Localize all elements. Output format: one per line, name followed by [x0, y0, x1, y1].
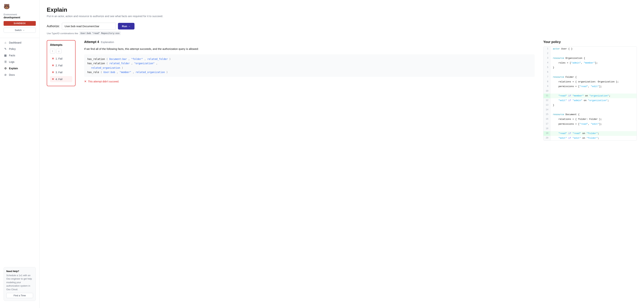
- docs-icon: ⊘: [4, 73, 7, 77]
- next-attempt-button[interactable]: ↓: [56, 49, 62, 54]
- attempt-header: Attempt 4 Explanation: [84, 40, 535, 44]
- fail-icon-3: ✕: [52, 71, 54, 74]
- policy-line-20: 20 "edit" if "edit" on "folder";: [544, 136, 637, 141]
- policy-line-15: 15 resource Document {: [544, 112, 637, 117]
- sidebar-item-label: Dashboard: [9, 41, 22, 44]
- attempts-nav: ↑ ↓: [50, 49, 72, 54]
- explanation-code-block: has_relation ( Document:bar , "folder" ,…: [84, 54, 535, 77]
- fact-line-1: has_relation ( Document:bar , "folder" ,…: [88, 57, 532, 61]
- help-title: Need Help?: [6, 270, 33, 272]
- sidebar-item-label: Docs: [9, 73, 15, 76]
- attempt-label-1: 1. Fail: [56, 57, 62, 60]
- policy-panel: Your policy 1 actor User { } 2 3 resourc…: [543, 40, 637, 141]
- policy-line-18: 18: [544, 126, 637, 131]
- authorize-input[interactable]: [62, 23, 116, 30]
- explanation-tag: Explanation: [101, 41, 114, 44]
- attempt-item-1[interactable]: ✕ 1. Fail: [50, 56, 72, 62]
- policy-line-11: 11 "read" if "member" on "organization";: [544, 94, 637, 98]
- policy-icon: ✎: [4, 47, 7, 51]
- main-content: Explain Put in an actor, action and reso…: [40, 0, 644, 308]
- sidebar-item-logs[interactable]: ☰ Logs: [0, 59, 39, 65]
- facts-icon: ▦: [4, 54, 7, 57]
- hint-prefix: Use Type/ID combinations like: [47, 32, 78, 35]
- authorize-row: Authorize: Run →: [47, 23, 637, 30]
- explanation-panel: Attempt 4 Explanation If we find all of …: [80, 40, 538, 83]
- attempt-item-2[interactable]: ✕ 2. Fail: [50, 63, 72, 69]
- environment-value: development: [4, 16, 36, 19]
- policy-title: Your policy: [543, 40, 637, 44]
- sidebar-item-facts[interactable]: ▦ Facts: [0, 52, 39, 59]
- fact-line-2b: related_organization ): [88, 66, 532, 70]
- logo: 🐻: [0, 4, 39, 13]
- policy-line-19: 19 "read" if "read" on "folder";: [544, 131, 637, 136]
- sidebar-nav: ⌂ Dashboard ✎ Policy ▦ Facts ☰ Logs ⊙ Ex…: [0, 39, 39, 78]
- sidebar-item-docs[interactable]: ⊘ Docs: [0, 72, 39, 78]
- policy-line-17: 17 permissions = ["read", "edit"];: [544, 122, 637, 126]
- home-icon: ⌂: [4, 41, 7, 44]
- policy-line-8: 8 relations = { organization: Organizati…: [544, 80, 637, 84]
- fail-icon-2: ✕: [52, 64, 54, 67]
- policy-line-7: 7 resource Folder {: [544, 75, 637, 80]
- hint-row: Use Type/ID combinations like User:bob "…: [47, 32, 637, 35]
- help-text: Schedule a 1x1 with an Oso engineer to g…: [6, 274, 33, 291]
- fact-line-2: has_relation ( related_folder , "organiz…: [88, 61, 532, 66]
- sidebar: 🐻 Environment: development SANDBOX Switc…: [0, 0, 40, 308]
- sidebar-item-label: Logs: [9, 61, 14, 63]
- attempt-number: Attempt 4: [84, 40, 99, 44]
- sidebar-item-explain[interactable]: ⊙ Explain: [0, 65, 39, 72]
- attempt-item-4[interactable]: ✕ 4. Fail: [50, 76, 72, 82]
- attempt-item-3[interactable]: ✕ 3. Fail: [50, 69, 72, 75]
- run-button[interactable]: Run →: [118, 23, 134, 30]
- policy-line-4: 4 roles = ["admin", "member"];: [544, 61, 637, 65]
- prev-attempt-button[interactable]: ↑: [50, 49, 55, 54]
- attempts-panel: Attempts ↑ ↓ ✕ 1. Fail ✕ 2. Fail ✕ 3. Fa…: [47, 40, 76, 86]
- sidebar-item-label: Explain: [9, 67, 18, 70]
- policy-line-14: 14: [544, 108, 637, 112]
- sidebar-item-policy[interactable]: ✎ Policy: [0, 46, 39, 52]
- policy-line-3: 3 resource Organization {: [544, 56, 637, 61]
- fact-line-3: has_role ( User:bob , "member" , related…: [88, 70, 532, 74]
- switch-button[interactable]: Switch →: [4, 28, 36, 33]
- attempt-label-3: 3. Fail: [56, 71, 62, 74]
- environment-label: Environment:: [4, 13, 18, 16]
- policy-line-5: 5 }: [544, 65, 637, 70]
- policy-line-1: 1 actor User { }: [544, 47, 637, 51]
- page-subtitle: Put in an actor, action and resource to …: [47, 15, 637, 18]
- page-title: Explain: [47, 7, 637, 13]
- environment-info: Environment: development: [0, 13, 39, 21]
- bear-logo-icon: 🐻: [4, 4, 36, 10]
- sidebar-item-label: Facts: [9, 54, 15, 57]
- fail-x-icon: ✕: [84, 80, 86, 83]
- find-time-button[interactable]: Find a Time: [6, 293, 33, 298]
- sidebar-item-dashboard[interactable]: ⌂ Dashboard: [0, 39, 39, 46]
- attempt-label-4: 4. Fail: [56, 78, 62, 81]
- fail-note-text: This attempt didn't succeed.: [88, 80, 119, 83]
- policy-code-block: 1 actor User { } 2 3 resource Organizati…: [543, 47, 637, 141]
- fail-note: ✕ This attempt didn't succeed.: [84, 80, 535, 83]
- policy-line-2: 2: [544, 51, 637, 56]
- attempt-label-2: 2. Fail: [56, 64, 62, 67]
- attempts-title: Attempts: [50, 43, 72, 47]
- sandbox-badge: SANDBOX: [4, 21, 36, 26]
- attempt-description: If we find all of the following facts, t…: [84, 47, 535, 51]
- help-box: Need Help? Schedule a 1x1 with an Oso en…: [4, 267, 36, 301]
- policy-line-10: 10: [544, 89, 637, 94]
- policy-line-16: 16 relations = { folder: Folder };: [544, 117, 637, 122]
- policy-line-6: 6: [544, 70, 637, 75]
- sidebar-divider: [0, 38, 39, 38]
- policy-line-13: 13 }: [544, 103, 637, 108]
- logs-icon: ☰: [4, 60, 7, 64]
- sidebar-item-label: Policy: [9, 48, 16, 50]
- fail-icon-4: ✕: [52, 78, 54, 81]
- fail-icon-1: ✕: [52, 57, 54, 60]
- content-area: Attempts ↑ ↓ ✕ 1. Fail ✕ 2. Fail ✕ 3. Fa…: [47, 40, 637, 141]
- hint-code: User:bob "read" Repository:oso: [79, 32, 121, 35]
- explain-icon: ⊙: [4, 67, 7, 70]
- policy-line-9: 9 permissions = ["read", "edit"];: [544, 84, 637, 89]
- authorize-label: Authorize:: [47, 25, 60, 28]
- policy-line-12: 12 "edit" if "admin" on "organization";: [544, 98, 637, 103]
